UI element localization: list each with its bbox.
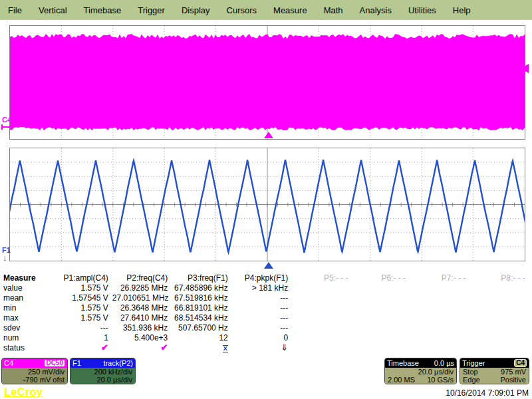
menu-item-file[interactable]: File: [8, 5, 22, 15]
c4-offset-marker-icon[interactable]: [1, 126, 11, 128]
measure-status-p3: X: [172, 342, 231, 352]
measure-col-header-p8[interactable]: P8:- - -: [470, 273, 529, 283]
f1-descriptor-box[interactable]: F1 track(P2) 200 kHz/div 20.0 µs/div: [70, 358, 136, 384]
measure-row-label-num: num: [0, 332, 52, 342]
measure-cell-p2-mean: 27.010651 MHz: [112, 293, 172, 303]
measure-cell-p4-num: 0: [232, 332, 292, 342]
menu-item-vertical[interactable]: Vertical: [39, 5, 67, 15]
timebase-per-div: 20.0 µs/div: [388, 368, 454, 376]
measure-cell-p7-sdev: [410, 323, 469, 332]
f1-waveform: [10, 148, 525, 261]
measure-cell-p5-sdev: [292, 323, 352, 332]
measure-row-label-value: value: [0, 283, 52, 293]
f1-time-per-div: 20.0 µs/div: [73, 376, 132, 384]
measure-col-header-p6[interactable]: P6:- - -: [352, 273, 410, 283]
measure-cell-p2-max: 27.6410 MHz: [112, 313, 172, 323]
menu-item-analysis[interactable]: Analysis: [360, 5, 392, 15]
measure-col-header-p7[interactable]: P7:- - -: [410, 273, 469, 283]
measure-cell-p1-min: 1.575 V: [52, 303, 112, 313]
measure-cell-p8-max: [470, 313, 529, 323]
f1-waveform-grid[interactable]: [9, 148, 525, 261]
measure-cell-p3-max: 68.514534 kHz: [172, 313, 231, 323]
measure-cell-p4-min: ---: [232, 303, 292, 313]
menu-item-math[interactable]: Math: [324, 5, 343, 15]
measure-cell-p2-sdev: 351.936 kHz: [112, 323, 172, 332]
menu-item-timebase[interactable]: Timebase: [84, 5, 122, 15]
f1-trigger-time-marker-icon[interactable]: [264, 262, 273, 269]
measure-cell-p3-sdev: 507.65700 Hz: [172, 323, 231, 332]
measure-row-label-status: status: [0, 342, 52, 352]
measure-cell-p8-mean: [470, 293, 529, 303]
measure-status-p6: [352, 342, 410, 352]
measure-cell-p5-num: [292, 332, 352, 342]
c4-waveform-grid[interactable]: [9, 25, 525, 140]
measure-status-p5: [292, 342, 352, 352]
measure-status-p8: [470, 342, 529, 352]
measure-cell-p6-min: [352, 303, 410, 313]
measure-cell-p4-value: > 181 kHz: [232, 283, 292, 293]
measure-cell-p2-value: 26.9285 MHz: [112, 283, 172, 293]
menu-item-utilities[interactable]: Utilities: [408, 5, 436, 15]
trigger-descriptor-box[interactable]: Trigger C4 Stop 975 mV Edge Positive: [460, 358, 529, 384]
measure-cell-p4-sdev: ---: [232, 323, 292, 332]
c4-coupling-badge: DC50: [44, 359, 65, 367]
measure-col-header-p3[interactable]: P3:freq(F1): [172, 273, 231, 283]
c4-descriptor-box[interactable]: C4 DC50 250 mV/div -790 mV ofst: [1, 358, 68, 384]
measure-col-header-p5[interactable]: P5:- - -: [292, 273, 352, 283]
measure-cell-p1-sdev: ---: [52, 323, 112, 332]
measure-col-header-p2[interactable]: P2:freq(C4): [112, 273, 172, 283]
measure-cell-p1-value: 1.575 V: [52, 283, 112, 293]
trigger-time-marker-icon[interactable]: [264, 132, 273, 138]
timebase-rate: 10 GS/s: [427, 376, 454, 384]
measure-row-label-sdev: sdev: [0, 323, 52, 332]
measure-cell-p8-value: [470, 283, 529, 293]
measure-cell-p3-value: 67.485896 kHz: [172, 283, 231, 293]
measure-cell-p6-max: [352, 313, 410, 323]
status-pending-icon: X: [223, 345, 228, 352]
status-ok-icon: ✔: [160, 342, 168, 352]
c4-channel-label[interactable]: C4: [2, 116, 11, 124]
measure-cell-p5-min: [292, 303, 352, 313]
measure-cell-p7-mean: [410, 293, 469, 303]
trigger-label: Trigger: [462, 359, 485, 367]
trigger-type: Edge: [463, 376, 480, 384]
measure-cell-p3-num: 12: [172, 332, 231, 342]
trigger-slope: Positive: [500, 376, 526, 384]
measure-cell-p1-num: 1: [52, 332, 112, 342]
lecroy-logo: LeCroy: [4, 386, 43, 398]
timebase-samples: 2.00 MS: [388, 376, 415, 384]
measure-cell-p6-mean: [352, 293, 410, 303]
measure-cell-p5-value: [292, 283, 352, 293]
c4-offset: -790 mV ofst: [5, 376, 65, 384]
timebase-label: Timebase: [387, 359, 419, 367]
f1-descriptor-name: F1: [72, 359, 81, 367]
menu-item-trigger[interactable]: Trigger: [138, 5, 165, 15]
status-ok-icon: ✔: [101, 342, 108, 352]
measure-col-header-p4[interactable]: P4:pkpk(F1): [232, 273, 292, 283]
measure-cell-p3-mean: 67.519816 kHz: [172, 293, 231, 303]
menu-item-help[interactable]: Help: [453, 5, 471, 15]
f1-offset-arrow-icon: ↓: [3, 253, 7, 263]
menu-item-cursors[interactable]: Cursors: [227, 5, 257, 15]
status-low-icon: ⇓: [281, 342, 288, 352]
measure-cell-p2-num: 5.400e+3: [112, 332, 172, 342]
menu-item-measure[interactable]: Measure: [273, 5, 307, 15]
datetime-stamp: 10/16/2014 7:09:01 PM: [446, 388, 529, 398]
menu-item-display[interactable]: Display: [182, 5, 210, 15]
measure-cell-p4-max: ---: [232, 313, 292, 323]
measure-cell-p6-num: [352, 332, 410, 342]
measure-cell-p1-mean: 1.57545 V: [52, 293, 112, 303]
measure-status-p4: ⇓: [232, 342, 292, 352]
measure-cell-p4-mean: ---: [232, 293, 292, 303]
oscilloscope-screen: FileVerticalTimebaseTriggerDisplayCursor…: [0, 0, 532, 399]
measure-title: Measure: [0, 273, 52, 283]
measure-row-label-min: min: [0, 303, 52, 313]
measure-col-header-p1[interactable]: P1:ampl(C4): [52, 273, 112, 283]
timebase-descriptor-box[interactable]: Timebase 0.0 µs 20.0 µs/div 2.00 MS 10 G…: [384, 358, 457, 384]
timebase-delay: 0.0 µs: [434, 359, 454, 367]
measure-cell-p7-value: [410, 283, 469, 293]
c4-descriptor-name: C4: [4, 359, 13, 367]
trigger-level-marker-icon[interactable]: [521, 64, 529, 73]
measure-table: MeasureP1:ampl(C4)P2:freq(C4)P3:freq(F1)…: [0, 273, 532, 352]
measure-row-label-max: max: [0, 313, 52, 323]
